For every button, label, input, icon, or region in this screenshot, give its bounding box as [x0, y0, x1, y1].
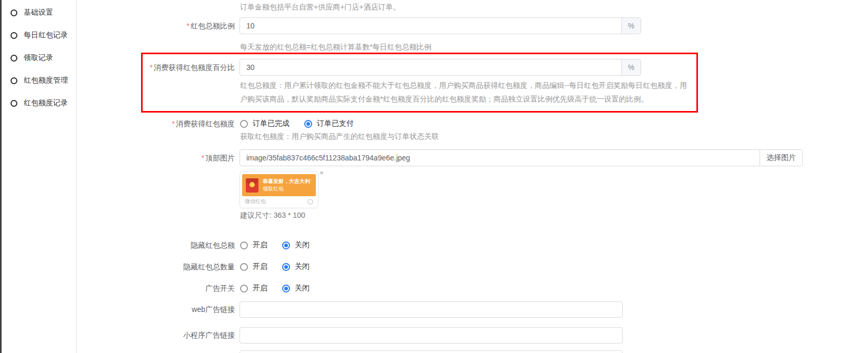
percent-suffix: %: [621, 18, 641, 34]
mini-ad-link-label: 小程序广告链接: [79, 327, 235, 344]
badge-circle-icon: [307, 199, 313, 205]
consume-percent-helper: 红包总额度：用户累计领取的红包金额不能大于红包总额度，用户购买商品获得红包额度，…: [240, 78, 687, 106]
required-mark: *: [172, 119, 175, 128]
total-ratio-field: %: [240, 17, 641, 34]
required-mark: *: [187, 22, 189, 30]
sidebar-item-label: 基础设置: [24, 8, 53, 17]
top-image-path-input[interactable]: [240, 150, 760, 166]
gold-coin-icon: [250, 182, 255, 187]
size-hint: 建议尺寸: 363 * 100: [240, 211, 305, 220]
remove-image-icon[interactable]: ×: [320, 169, 324, 176]
sidebar-item-label: 红包额度记录: [24, 98, 68, 108]
required-mark: *: [150, 63, 153, 72]
sidebar-item-quota-records[interactable]: 红包额度记录: [11, 98, 68, 108]
red-envelope-icon: [246, 178, 258, 193]
radio-icon: [240, 285, 248, 293]
circle-bullet-icon: [11, 100, 17, 107]
hide-total-radio-group: 开启 关闭: [240, 237, 324, 254]
sidebar-item-claim-records[interactable]: 领取记录: [11, 53, 53, 63]
radio-icon: [240, 263, 248, 271]
top-image-preview: 恭喜发财，大吉大利！ 领取红包 微信红包: [240, 172, 318, 208]
sidebar-item-label: 每日红包记录: [24, 31, 68, 40]
circle-bullet-icon: [11, 55, 17, 62]
order-amount-hint: 订单金额包括平台自营+供应商+门店+酒店订单。: [240, 3, 401, 12]
top-image-label: *顶部图片: [79, 149, 235, 166]
web-ad-link-input[interactable]: [240, 301, 623, 318]
consume-percent-input[interactable]: [240, 59, 621, 75]
radio-icon: [240, 241, 248, 249]
cutoff-bottom-input[interactable]: [240, 350, 623, 353]
sidebar: 基础设置 每日红包记录 领取记录 红包额度管理 红包额度记录: [2, 0, 77, 353]
radio-icon: [282, 263, 290, 271]
radio-on[interactable]: 开启: [240, 262, 267, 271]
sidebar-item-quota-management[interactable]: 红包额度管理: [11, 75, 68, 86]
required-mark: *: [202, 154, 204, 162]
sidebar-item-label: 红包额度管理: [24, 76, 68, 85]
consume-percent-field: %: [240, 59, 641, 76]
consume-quota-helper: 获取红包额度：用户购买商品产生的红包额度与订单状态关联: [240, 132, 439, 142]
banner-text: 恭喜发财，大吉大利！ 领取红包: [263, 178, 312, 193]
radio-icon: [282, 285, 290, 293]
radio-off[interactable]: 关闭: [282, 262, 310, 271]
circle-bullet-icon: [11, 77, 17, 84]
radio-icon: [282, 241, 290, 249]
choose-image-button[interactable]: 选择图片: [760, 150, 802, 166]
consume-percent-label: *消费获得红包额度百分比: [79, 59, 235, 76]
red-packet-banner: 恭喜发财，大吉大利！ 领取红包: [242, 174, 316, 196]
circle-bullet-icon: [11, 32, 17, 39]
hide-count-label: 隐藏红包总数量: [79, 258, 235, 275]
preview-footer: 微信红包: [242, 196, 316, 207]
radio-icon: [304, 120, 312, 128]
radio-icon: [240, 120, 248, 128]
hide-total-label: 隐藏红包总额: [79, 237, 235, 254]
ad-switch-radio-group: 开启 关闭: [240, 280, 324, 297]
total-ratio-input[interactable]: [240, 18, 621, 34]
hide-count-radio-group: 开启 关闭: [240, 258, 324, 275]
total-ratio-label: *红包总额比例: [79, 17, 235, 34]
consume-quota-label: *消费获得红包额度: [79, 115, 235, 132]
web-ad-link-label: web广告链接: [79, 301, 235, 318]
circle-bullet-icon: [11, 9, 17, 16]
radio-on[interactable]: 开启: [240, 240, 267, 250]
radio-off[interactable]: 关闭: [282, 240, 310, 250]
radio-order-paid[interactable]: 订单已支付: [304, 119, 354, 128]
sidebar-item-label: 领取记录: [24, 53, 53, 63]
radio-off[interactable]: 关闭: [282, 284, 310, 293]
ad-switch-label: 广告开关: [79, 280, 235, 297]
helper-line-1: 红包总额度：用户累计领取的红包金额不能大于红包总额度，用户购买商品获得红包额度，…: [240, 78, 687, 92]
consume-quota-radio-group: 订单已完成 订单已支付: [240, 115, 368, 132]
helper-line-2: 户购买该商品，默认奖励商品实际支付金额*红包额度百分比的红包额度奖励；商品独立设…: [240, 92, 687, 106]
sidebar-item-basic-settings[interactable]: 基础设置: [11, 7, 53, 18]
top-image-field: 选择图片: [240, 149, 803, 166]
radio-order-completed[interactable]: 订单已完成: [240, 119, 290, 128]
percent-suffix: %: [621, 59, 641, 75]
red-packet-settings-page: 基础设置 每日红包记录 领取记录 红包额度管理 红包额度记录 订单金额包括平台自…: [0, 0, 868, 353]
sidebar-item-daily-records[interactable]: 每日红包记录: [11, 30, 68, 41]
mini-ad-link-input[interactable]: [240, 327, 623, 344]
radio-on[interactable]: 开启: [240, 284, 267, 293]
total-ratio-helper: 每天发放的红包总额=红包总额计算基数*每日红包总额比例: [240, 43, 432, 52]
